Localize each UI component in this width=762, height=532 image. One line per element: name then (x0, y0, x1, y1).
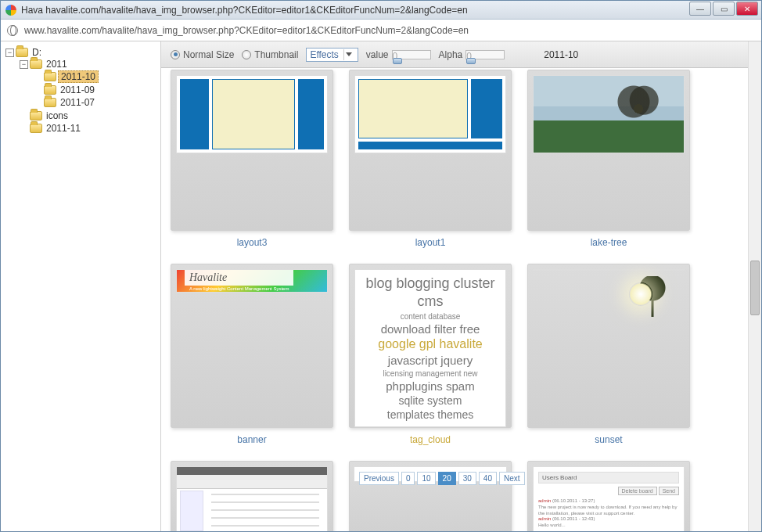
slider-knob-icon[interactable] (466, 58, 476, 64)
radio-normal-size[interactable]: Normal Size (171, 49, 234, 60)
folder-icon (44, 72, 56, 81)
gallery-item[interactable]: layout1 (349, 70, 512, 248)
thumbnail-sunset (533, 269, 685, 271)
tree-node-2011-11[interactable]: 2011-11 (44, 123, 83, 134)
content: − D: − 2011 (1, 41, 761, 531)
gallery-item[interactable]: HavaliteA new lightweight Content Manage… (171, 264, 333, 445)
thumbnail-tag-cloud: blog blogging cluster cms content databa… (354, 269, 506, 427)
close-button[interactable]: ✕ (736, 2, 758, 16)
alpha-slider: Alpha 0 (439, 49, 505, 60)
tree-node-2011[interactable]: 2011 (44, 59, 70, 70)
gallery-item[interactable]: Users Board Delete boardSend admin (06.1… (527, 461, 690, 531)
vertical-scrollbar[interactable] (748, 41, 761, 531)
address-text: www.havalite.com/havalite/hava_img_brows… (24, 25, 469, 36)
radio-icon (171, 50, 180, 59)
slider-track[interactable]: 0 (392, 50, 431, 59)
caption: tag_cloud (410, 434, 451, 445)
select-value: Effects (310, 49, 338, 60)
folder-tree-sidebar: − D: − 2011 (1, 41, 161, 531)
radio-icon (242, 50, 251, 59)
gallery-grid: layout3 layout1 lake-tree HavaliteA new … (171, 68, 752, 531)
banner-title: Havalite (185, 270, 293, 286)
folder-icon (30, 111, 42, 120)
value-slider: value 0 (366, 49, 431, 60)
current-path: 2011-10 (544, 49, 578, 60)
maximize-button[interactable]: ▭ (713, 2, 735, 16)
chrome-icon (5, 5, 16, 16)
tree-node-2011-09[interactable]: 2011-09 (58, 84, 97, 95)
thumbnail-users-board: Users Board Delete boardSend admin (06.1… (533, 466, 685, 531)
tree-node-icons[interactable]: icons (44, 110, 70, 121)
tree-node-2011-07[interactable]: 2011-07 (58, 97, 97, 108)
globe-icon (7, 25, 18, 36)
folder-icon (44, 85, 56, 95)
tree-toggle[interactable]: − (20, 60, 28, 69)
toolbar: Normal Size Thumbnail Effects value 0 Al… (161, 41, 761, 68)
gallery-item[interactable] (171, 461, 333, 531)
slider-label: value (366, 49, 389, 60)
banner-subtitle: A new lightweight Content Management Sys… (185, 286, 293, 292)
address-bar[interactable]: www.havalite.com/havalite/hava_img_brows… (1, 20, 761, 41)
effects-select[interactable]: Effects (306, 48, 358, 62)
caption: sunset (595, 434, 622, 445)
tree-toggle[interactable]: − (5, 49, 14, 57)
tree-node-root[interactable]: D: (30, 47, 44, 58)
slider-knob-icon[interactable] (393, 58, 402, 64)
caption: layout1 (415, 237, 446, 248)
thumbnail-lake-tree (533, 75, 685, 153)
thumbnail-layout3 (176, 75, 328, 153)
image-gallery: layout3 layout1 lake-tree HavaliteA new … (161, 68, 761, 531)
app-window: Hava havalite.com/havalite/hava_img_brow… (0, 0, 762, 532)
scrollbar-thumb[interactable] (750, 261, 760, 315)
thumbnail-banner: HavaliteA new lightweight Content Manage… (176, 269, 328, 293)
gallery-item[interactable]: lake-tree (527, 70, 690, 248)
thumbnail-pager: Previous 0 10 20 30 40 Next (354, 466, 507, 482)
slider-label: Alpha (439, 49, 463, 60)
chevron-down-icon (343, 49, 354, 60)
radio-label: Thumbnail (254, 49, 298, 60)
caption: banner (237, 434, 266, 445)
gallery-item[interactable]: blog blogging cluster cms content databa… (349, 264, 512, 445)
minimize-button[interactable]: — (689, 2, 711, 16)
thumbnail-layout1 (354, 75, 506, 153)
gallery-item[interactable]: sunset (527, 264, 690, 445)
slider-track[interactable]: 0 (465, 50, 505, 59)
caption: lake-tree (591, 237, 627, 248)
window-title: Hava havalite.com/havalite/hava_img_brow… (21, 5, 468, 16)
window-buttons: — ▭ ✕ (688, 2, 758, 16)
folder-icon (30, 59, 42, 69)
gallery-item[interactable]: Previous 0 10 20 30 40 Next (349, 461, 512, 531)
gallery-item[interactable]: layout3 (171, 70, 333, 248)
tree-node-2011-10[interactable]: 2011-10 (58, 70, 99, 83)
folder-tree: − D: − 2011 (4, 46, 157, 135)
folder-icon (16, 48, 28, 57)
folder-icon (30, 124, 42, 133)
radio-label: Normal Size (183, 49, 234, 60)
caption: layout3 (237, 237, 268, 248)
thumbnail-editor (176, 466, 328, 531)
titlebar: Hava havalite.com/havalite/hava_img_brow… (1, 1, 761, 20)
folder-icon (44, 98, 56, 107)
main-panel: Normal Size Thumbnail Effects value 0 Al… (161, 41, 761, 531)
radio-thumbnail[interactable]: Thumbnail (242, 49, 298, 60)
